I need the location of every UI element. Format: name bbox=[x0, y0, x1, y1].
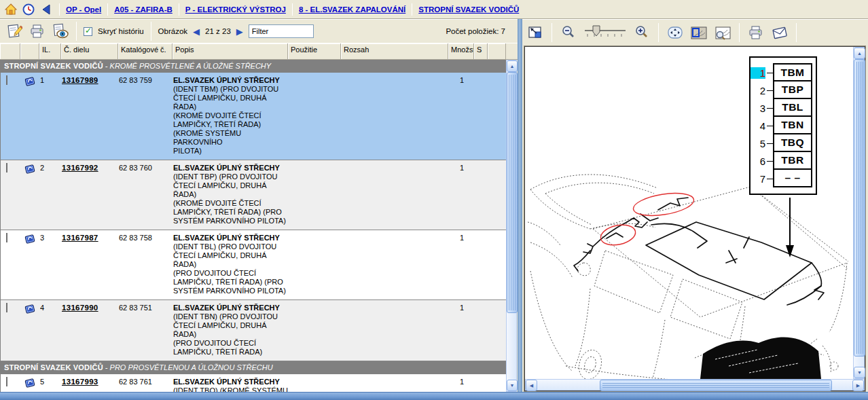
scrollbar-thumb[interactable] bbox=[600, 380, 832, 391]
part-row-13167990[interactable]: 41316799062 83 751EL.SVAZEK ÚPLNÝ STŘECH… bbox=[1, 300, 506, 361]
print-icon[interactable] bbox=[29, 22, 46, 40]
scroll-right-icon[interactable]: ▶ bbox=[852, 380, 864, 391]
breadcrumb-link-5[interactable]: STROPNÍ SVAZEK VODIČŮ bbox=[418, 5, 519, 14]
row-checkbox[interactable] bbox=[6, 233, 7, 242]
illustration-vscrollbar[interactable]: ▲ ▼ bbox=[853, 47, 865, 379]
history-icon[interactable] bbox=[22, 3, 35, 16]
row-checkbox[interactable] bbox=[6, 163, 7, 172]
scroll-down-icon[interactable]: ▼ bbox=[854, 367, 865, 378]
applicability-note-icon[interactable] bbox=[24, 234, 36, 244]
part-number-link[interactable]: 13167987 bbox=[62, 234, 98, 242]
legend-row-––[interactable]: 7– – bbox=[751, 170, 812, 187]
breadcrumb-link-2[interactable]: A05 - ZAFIRA-B bbox=[114, 5, 173, 14]
fit-page-icon[interactable] bbox=[526, 24, 544, 41]
separator bbox=[658, 23, 659, 42]
scroll-up-icon[interactable]: ▲ bbox=[854, 48, 865, 59]
print-icon[interactable] bbox=[747, 24, 765, 41]
part-row-13167989[interactable]: 11316798962 83 759EL.SVAZEK ÚPLNÝ STŘECH… bbox=[1, 73, 506, 160]
legend-label: TBP bbox=[773, 80, 812, 99]
applicability-note-icon[interactable] bbox=[24, 164, 36, 174]
legend-label: TBN bbox=[773, 115, 812, 134]
pane-divider[interactable] bbox=[518, 19, 522, 393]
separator bbox=[151, 22, 151, 41]
column-header-7: Rozsah bbox=[341, 43, 448, 60]
column-header-5: Popis bbox=[173, 43, 288, 60]
legend-row-TBM[interactable]: 1TBM bbox=[751, 64, 812, 81]
legend-pointer-arrow bbox=[786, 198, 794, 257]
applicability-note-icon[interactable] bbox=[24, 304, 36, 314]
legend-number: 4 bbox=[751, 120, 765, 132]
part-description-line: (IDENT TBQ) (KROMĚ SYSTÉMU bbox=[173, 386, 289, 392]
legend-row-TBP[interactable]: 2TBP bbox=[751, 81, 812, 99]
legend-number-highlighted: 1 bbox=[751, 67, 765, 79]
column-header-6: Použitie bbox=[288, 43, 341, 60]
part-number-link[interactable]: 13167989 bbox=[62, 76, 98, 84]
back-icon[interactable] bbox=[39, 3, 53, 16]
legend-row-TBL[interactable]: 3TBL bbox=[751, 99, 812, 117]
filter-input[interactable] bbox=[249, 24, 314, 38]
part-description-title: EL.SVAZEK ÚPLNÝ STŘECHY bbox=[173, 164, 289, 172]
parts-table-scrollbar[interactable]: ▲ ▼ bbox=[506, 60, 517, 392]
breadcrumb-link-3[interactable]: P - ELEKTRICKÝ VÝSTROJ bbox=[185, 5, 286, 14]
legend-number: 6 bbox=[751, 156, 765, 167]
zoom-slider[interactable] bbox=[583, 24, 627, 41]
legend-row-TBR[interactable]: 6TBR bbox=[751, 152, 812, 170]
legend-number: 2 bbox=[751, 85, 765, 96]
magnify-area-icon[interactable] bbox=[714, 24, 731, 41]
parts-list-pane: Skryť históriu Obrázok ◀ 21 z 23 ▶ Počet… bbox=[0, 19, 518, 393]
notes-icon[interactable] bbox=[5, 22, 23, 40]
part-description-line: LAMPIČKY, TŘETÍ ŘADA) (PRO bbox=[173, 208, 289, 217]
column-header bbox=[20, 43, 39, 60]
zoom-in-icon[interactable] bbox=[633, 24, 651, 41]
column-header-8: Množstv bbox=[448, 43, 474, 60]
legend-label: TBM bbox=[773, 63, 812, 82]
part-number-link[interactable]: 13167992 bbox=[62, 164, 98, 172]
separator bbox=[76, 22, 77, 41]
home-icon[interactable] bbox=[4, 3, 18, 16]
part-row-13167993[interactable]: 51316799362 83 761EL.SVAZEK ÚPLNÝ STŘECH… bbox=[1, 374, 506, 392]
mail-icon[interactable] bbox=[771, 24, 789, 41]
parts-table: STROPNÍ SVAZEK VODIČŮ - KROMĚ PROSVĚTLEN… bbox=[0, 60, 506, 392]
group-header: STROPNÍ SVAZEK VODIČŮ - KROMĚ PROSVĚTLEN… bbox=[1, 60, 506, 73]
callout-ellipse-large bbox=[632, 189, 695, 219]
legend-tick bbox=[767, 108, 773, 109]
applicability-note-icon[interactable] bbox=[24, 378, 36, 388]
scroll-up-icon[interactable]: ▲ bbox=[507, 60, 518, 72]
legend-row-TBN[interactable]: 4TBN bbox=[751, 117, 812, 134]
scrollbar-thumb[interactable] bbox=[507, 72, 518, 313]
part-description-line: SYSTÉM PARKOVNÍHO PILOTA) bbox=[173, 217, 289, 225]
part-row-13167987[interactable]: 31316798762 83 758EL.SVAZEK ÚPLNÝ STŘECH… bbox=[1, 230, 506, 300]
zoom-out-icon[interactable] bbox=[560, 24, 577, 41]
row-checkbox[interactable] bbox=[6, 75, 7, 85]
breadcrumb-link-4[interactable]: 8 - EL.SVAZEK ZAPALOVÁNÍ bbox=[299, 5, 405, 14]
hide-history-checkbox[interactable] bbox=[84, 27, 92, 36]
illustration-pane: 1TBM2TBP3TBL4TBN5TBQ6TBR7– – ▲ ▼ ◀ ▶ bbox=[522, 19, 868, 393]
row-checkbox[interactable] bbox=[6, 303, 7, 312]
part-number-link[interactable]: 13167993 bbox=[62, 378, 98, 386]
next-image-icon[interactable]: ▶ bbox=[236, 27, 243, 36]
part-number-link[interactable]: 13167990 bbox=[62, 304, 98, 312]
legend-label: TBL bbox=[773, 98, 812, 117]
column-header-2: IL. bbox=[39, 43, 61, 60]
breadcrumb-link-1[interactable]: OP - Opel bbox=[66, 5, 101, 14]
pan-icon[interactable] bbox=[666, 24, 684, 41]
part-description-line: (IDENT TBP) (PRO DVOJITOU bbox=[173, 172, 289, 181]
print-preview-icon[interactable] bbox=[52, 22, 69, 40]
scroll-left-icon[interactable]: ◀ bbox=[526, 380, 537, 391]
part-description-line: ČTECÍ LAMPIČKU, DRUHÁ ŘADA) bbox=[173, 251, 289, 269]
legend-row-TBQ[interactable]: 5TBQ bbox=[751, 134, 812, 152]
legend-tick bbox=[767, 143, 773, 144]
scroll-down-icon[interactable]: ▼ bbox=[507, 380, 518, 391]
zoom-area-icon[interactable] bbox=[690, 24, 708, 41]
column-header-4: Katalógové č. bbox=[118, 43, 173, 60]
row-checkbox[interactable] bbox=[6, 377, 7, 386]
scrollbar-thumb[interactable] bbox=[854, 59, 865, 357]
applicability-note-icon[interactable] bbox=[24, 76, 36, 86]
separator bbox=[107, 3, 108, 16]
separator bbox=[292, 3, 293, 16]
illustration-hscrollbar[interactable]: ◀ ▶ bbox=[525, 379, 865, 390]
part-description-line: (IDENT TBL) (PRO DVOJITOU bbox=[173, 242, 289, 251]
prev-image-icon[interactable]: ◀ bbox=[193, 27, 200, 36]
column-header bbox=[0, 43, 20, 60]
part-row-13167992[interactable]: 21316799262 83 760EL.SVAZEK ÚPLNÝ STŘECH… bbox=[1, 160, 506, 230]
